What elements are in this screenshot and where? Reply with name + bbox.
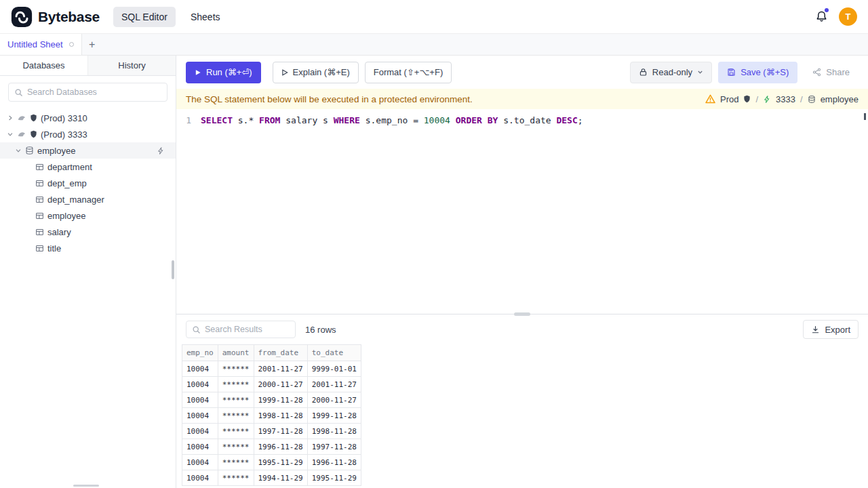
format-button-label: Format (⇧+⌥+F) xyxy=(374,67,443,77)
export-button[interactable]: Export xyxy=(803,320,859,339)
warning-icon xyxy=(705,94,715,104)
table-row[interactable]: 10004******1996-11-281997-11-28 xyxy=(182,439,361,455)
table-cell: 1994-11-29 xyxy=(254,470,307,486)
sql-token-plain: s.emp_no xyxy=(360,115,413,125)
tree-item-label: dept_manager xyxy=(47,195,104,205)
table-row[interactable]: 10004******1994-11-291995-11-29 xyxy=(182,470,361,486)
explain-button[interactable]: Explain (⌘+E) xyxy=(273,62,359,83)
format-button[interactable]: Format (⇧+⌥+F) xyxy=(365,62,452,83)
sidebar-horizontal-scrollbar[interactable] xyxy=(73,485,99,487)
table-row[interactable]: 10004******1997-11-281998-11-28 xyxy=(182,424,361,439)
table-cell: ****** xyxy=(218,377,254,392)
table-cell: 1999-11-28 xyxy=(254,392,307,408)
table-cell: 1999-11-28 xyxy=(307,408,361,424)
database-tree: (Prod) 3310(Prod) 3333employeedepartment… xyxy=(0,108,176,488)
column-header-to_date[interactable]: to_date xyxy=(307,345,361,361)
sql-token-plain xyxy=(482,115,488,125)
sql-token-plain: salary s xyxy=(280,115,333,125)
results-table-head-row: emp_noamountfrom_dateto_date xyxy=(182,345,361,361)
column-header-from_date[interactable]: from_date xyxy=(254,345,307,361)
bytebase-logo[interactable]: Bytebase xyxy=(11,6,100,28)
sql-token-plain: s.to_date xyxy=(498,115,556,125)
table-icon xyxy=(35,163,44,171)
tree-item-table-dept-emp[interactable]: dept_emp xyxy=(0,175,176,191)
editor-scrollbar[interactable] xyxy=(864,113,866,120)
results-table-wrap: emp_noamountfrom_dateto_date 10004******… xyxy=(176,344,868,488)
run-button-label: Run (⌘+⏎) xyxy=(206,67,252,77)
chevron-right-icon[interactable] xyxy=(7,115,14,121)
tree-item-instance-prod-3310[interactable]: (Prod) 3310 xyxy=(0,110,176,126)
share-button[interactable]: Share xyxy=(804,62,859,83)
table-cell: 10004 xyxy=(182,392,218,408)
tree-item-table-salary[interactable]: salary xyxy=(0,224,176,240)
table-cell: 2001-11-27 xyxy=(254,361,307,377)
tree-item-label: employee xyxy=(47,211,85,221)
table-cell: ****** xyxy=(218,408,254,424)
tab-untitled-sheet[interactable]: Untitled Sheet xyxy=(0,34,82,55)
database-search[interactable] xyxy=(8,83,167,102)
table-cell: 1998-11-28 xyxy=(307,424,361,439)
database-search-input[interactable] xyxy=(27,87,161,97)
table-row[interactable]: 10004******2001-11-279999-01-01 xyxy=(182,361,361,377)
bytebase-app: Bytebase SQL Editor Sheets T Un xyxy=(0,0,868,488)
search-icon xyxy=(192,325,201,334)
sql-token-keyword: ORDER xyxy=(456,115,482,125)
environment-shield-icon xyxy=(30,114,37,122)
column-header-amount[interactable]: amount xyxy=(218,345,254,361)
tree-item-instance-prod-3333[interactable]: (Prod) 3333 xyxy=(0,126,176,142)
table-cell: 1995-11-29 xyxy=(307,470,361,486)
notifications-button[interactable] xyxy=(815,10,828,23)
results-search-input[interactable] xyxy=(205,325,290,334)
sql-token-keyword: FROM xyxy=(259,115,280,125)
tree-item-table-title[interactable]: title xyxy=(0,240,176,256)
code-line: 1 SELECT s.* FROM salary s WHERE s.emp_n… xyxy=(176,114,868,127)
brand-name: Bytebase xyxy=(38,9,100,25)
save-button[interactable]: Save (⌘+S) xyxy=(718,62,797,83)
sql-editor[interactable]: 1 SELECT s.* FROM salary s WHERE s.emp_n… xyxy=(176,109,868,314)
avatar[interactable]: T xyxy=(839,7,857,26)
table-row[interactable]: 10004******2000-11-272001-11-27 xyxy=(182,377,361,392)
sql-token-keyword: SELECT xyxy=(201,115,233,125)
sidebar-resize-handle[interactable] xyxy=(172,260,174,279)
line-number: 1 xyxy=(176,114,201,127)
table-icon xyxy=(35,179,44,188)
database-icon xyxy=(808,95,816,104)
table-cell: 1996-11-28 xyxy=(307,455,361,470)
environment-shield-icon xyxy=(743,95,751,103)
add-sheet-button[interactable]: + xyxy=(82,34,102,55)
chevron-down-icon[interactable] xyxy=(15,147,22,154)
chevron-down-icon[interactable] xyxy=(7,131,14,138)
sheet-tabstrip: Untitled Sheet + xyxy=(0,34,868,56)
table-cell: 2000-11-27 xyxy=(307,392,361,408)
tree-item-table-dept-manager[interactable]: dept_manager xyxy=(0,191,176,207)
tree-item-label: salary xyxy=(47,227,71,237)
tree-item-database-employee[interactable]: employee xyxy=(0,142,176,159)
table-cell: ****** xyxy=(218,470,254,486)
readonly-mode-button[interactable]: Read-only xyxy=(630,62,712,83)
nav-sql-editor[interactable]: SQL Editor xyxy=(113,7,176,27)
results-resize-handle[interactable] xyxy=(514,312,530,316)
table-row[interactable]: 10004******1999-11-282000-11-27 xyxy=(182,392,361,408)
breadcrumb-separator: / xyxy=(755,94,758,104)
protected-environment-banner: The SQL statement below will be executed… xyxy=(176,89,868,109)
results-table: emp_noamountfrom_dateto_date 10004******… xyxy=(182,344,361,486)
tab-databases[interactable]: Databases xyxy=(0,56,88,75)
table-row[interactable]: 10004******1998-11-281999-11-28 xyxy=(182,408,361,424)
table-row[interactable]: 10004******1995-11-291996-11-28 xyxy=(182,455,361,470)
tree-item-table-department[interactable]: department xyxy=(0,159,176,175)
tree-item-table-employee[interactable]: employee xyxy=(0,207,176,224)
table-cell: ****** xyxy=(218,361,254,377)
environment-name[interactable]: Prod xyxy=(720,94,738,104)
results-search[interactable] xyxy=(186,321,296,338)
tab-history[interactable]: History xyxy=(88,56,176,75)
export-button-label: Export xyxy=(825,325,850,335)
database-name[interactable]: employee xyxy=(821,94,859,104)
run-button[interactable]: Run (⌘+⏎) xyxy=(186,62,261,83)
instance-name[interactable]: 3333 xyxy=(776,94,795,104)
column-header-emp_no[interactable]: emp_no xyxy=(182,345,218,361)
nav-sheets[interactable]: Sheets xyxy=(182,7,229,27)
save-button-label: Save (⌘+S) xyxy=(741,67,789,77)
sidebar: Databases History (Prod) 3310(Prod) 3333… xyxy=(0,56,176,488)
table-icon xyxy=(35,211,44,220)
table-cell: 10004 xyxy=(182,455,218,470)
